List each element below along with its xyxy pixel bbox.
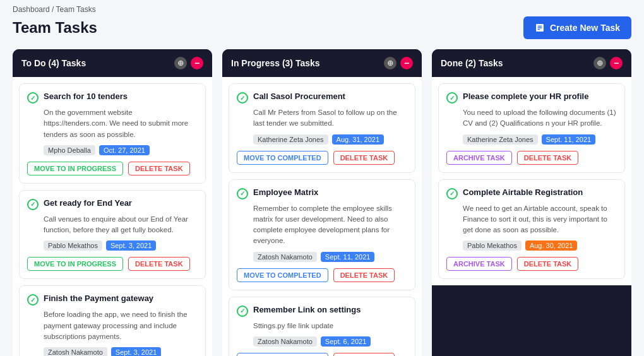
column-todo: To Do (4) Tasks ⊕ − Search for 10 tender… — [13, 49, 212, 356]
task-title-p1: Call Sasol Procurement — [253, 92, 345, 101]
delete-task-button-p1[interactable]: DELETE TASK — [333, 151, 395, 165]
task-meta-d1: Katherine Zeta Jones Sept. 11, 2021 — [463, 134, 617, 145]
task-assignee-d2: Pablo Mekathos — [463, 240, 522, 251]
task-meta-t2: Pablo Mekathos Sept. 3, 2021 — [44, 240, 198, 251]
column-done: Done (2) Tasks ⊕ − Please complete your … — [432, 49, 631, 356]
column-icons-done: ⊕ − — [593, 57, 623, 69]
delete-task-button-t1[interactable]: DELETE TASK — [128, 162, 190, 175]
task-title-t2: Get ready for End Year — [44, 198, 132, 208]
task-card-p3: Remember Link on settings Sttings.py fil… — [229, 297, 415, 357]
task-title-row-t3: Finish the Payment gateway — [27, 294, 198, 306]
task-date-p3: Sept. 6, 2021 — [321, 336, 371, 347]
task-status-icon-t3 — [27, 294, 39, 306]
task-assignee-d1: Katherine Zeta Jones — [463, 134, 538, 145]
breadcrumb-separator: / — [52, 5, 54, 14]
breadcrumb: Dashboard / Team Tasks — [13, 5, 631, 14]
task-title-row-t2: Get ready for End Year — [27, 198, 198, 210]
task-actions-p3: MOVE TO COMPLETED DELETE TASK — [237, 353, 407, 356]
task-assignee-p1: Katherine Zeta Jones — [253, 134, 328, 145]
task-assignee-t1: Mpho Deballa — [44, 145, 95, 155]
task-desc-t3: Before loading the app, we need to finis… — [44, 309, 198, 342]
task-status-icon-t1 — [27, 92, 39, 104]
task-assignee-p3: Zatosh Nakamoto — [253, 336, 317, 347]
task-meta-p2: Zatosh Nakamoto Sept. 11, 2021 — [253, 252, 407, 262]
column-body-done: Please complete your HR profile You need… — [432, 77, 631, 285]
task-actions-d1: ARCHIVE TASK DELETE TASK — [446, 151, 617, 165]
task-actions-p1: MOVE TO COMPLETED DELETE TASK — [237, 151, 407, 165]
task-title-row-p3: Remember Link on settings — [237, 305, 407, 317]
delete-task-button-p3[interactable]: DELETE TASK — [333, 353, 395, 356]
task-status-icon-d1 — [446, 92, 458, 104]
task-title-row-t1: Search for 10 tenders — [27, 92, 198, 104]
task-card-t2: Get ready for End Year Call venues to en… — [19, 190, 206, 280]
task-title-p3: Remember Link on settings — [253, 305, 361, 314]
task-title-row-p2: Employee Matrix — [237, 187, 407, 199]
column-title-todo: To Do (4) Tasks — [21, 58, 86, 68]
move-task-button-p2[interactable]: MOVE TO COMPLETED — [237, 268, 328, 282]
task-desc-p2: Remember to complete the employee skills… — [253, 203, 407, 247]
task-meta-t3: Zatosh Nakamoto Sept. 3, 2021 — [44, 347, 198, 356]
task-date-t2: Sept. 3, 2021 — [106, 240, 156, 251]
column-title-done: Done (2) Tasks — [441, 58, 503, 68]
task-title-row-p1: Call Sasol Procurement — [237, 92, 407, 104]
breadcrumb-parent[interactable]: Dashboard — [13, 5, 50, 14]
column-body-todo: Search for 10 tenders On the government … — [13, 77, 212, 356]
archive-task-button-d1[interactable]: ARCHIVE TASK — [446, 151, 512, 165]
task-title-row-d1: Please complete your HR profile — [446, 92, 617, 104]
delete-task-button-p2[interactable]: DELETE TASK — [333, 268, 395, 282]
move-task-button-t1[interactable]: MOVE TO IN PROGRESS — [27, 162, 123, 175]
column-header-done: Done (2) Tasks ⊕ − — [432, 49, 631, 77]
move-task-button-p1[interactable]: MOVE TO COMPLETED — [237, 151, 328, 165]
task-status-icon-p2 — [237, 188, 248, 199]
task-desc-d1: You need to upload the following documen… — [463, 107, 617, 129]
task-date-t3: Sept. 3, 2021 — [111, 347, 161, 356]
delete-task-button-d2[interactable]: DELETE TASK — [517, 257, 579, 271]
task-status-icon-p3 — [237, 306, 248, 317]
column-header-inprogress: In Progress (3) Tasks ⊕ − — [222, 49, 422, 77]
task-status-icon-p1 — [237, 92, 248, 104]
task-actions-t1: MOVE TO IN PROGRESS DELETE TASK — [27, 162, 198, 175]
task-status-icon-t2 — [27, 199, 39, 210]
task-card-t3: Finish the Payment gateway Before loadin… — [19, 285, 206, 356]
task-meta-d2: Pablo Mekathos Aug. 30, 2021 — [463, 240, 617, 251]
task-assignee-p2: Zatosh Nakamoto — [253, 252, 317, 262]
task-date-d1: Sept. 11, 2021 — [542, 134, 596, 145]
column-inprogress: In Progress (3) Tasks ⊕ − Call Sasol Pro… — [222, 49, 422, 356]
task-board: To Do (4) Tasks ⊕ − Search for 10 tender… — [0, 49, 644, 356]
task-title-row-d2: Complete Airtable Registration — [446, 187, 617, 199]
create-task-button[interactable]: Create New Task — [523, 16, 631, 39]
column-icons-todo: ⊕ − — [174, 57, 203, 69]
task-actions-d2: ARCHIVE TASK DELETE TASK — [446, 257, 617, 271]
column-remove-icon-inprogress[interactable]: − — [400, 57, 413, 69]
archive-task-button-d2[interactable]: ARCHIVE TASK — [446, 257, 512, 271]
task-meta-p1: Katherine Zeta Jones Aug. 31, 2021 — [253, 134, 407, 145]
task-meta-t1: Mpho Deballa Oct. 27, 2021 — [44, 145, 198, 155]
task-desc-t1: On the government website https://tender… — [44, 107, 198, 140]
column-add-icon-inprogress[interactable]: ⊕ — [384, 57, 397, 69]
page-header: Team Tasks Create New Task — [0, 16, 644, 49]
task-title-d1: Please complete your HR profile — [463, 92, 588, 101]
column-remove-icon-done[interactable]: − — [610, 57, 623, 69]
task-desc-p3: Sttings.py file link update — [253, 321, 407, 331]
task-card-t1: Search for 10 tenders On the government … — [19, 83, 206, 184]
column-remove-icon-todo[interactable]: − — [191, 57, 203, 69]
create-task-label: Create New Task — [550, 23, 620, 33]
column-add-icon-todo[interactable]: ⊕ — [174, 57, 187, 69]
task-desc-p1: Call Mr Peters from Sasol to follow up o… — [253, 107, 407, 129]
column-icons-inprogress: ⊕ − — [384, 57, 413, 69]
task-actions-p2: MOVE TO COMPLETED DELETE TASK — [237, 268, 407, 282]
move-task-button-t2[interactable]: MOVE TO IN PROGRESS — [27, 257, 123, 271]
task-card-p1: Call Sasol Procurement Call Mr Peters fr… — [229, 83, 415, 173]
task-assignee-t2: Pablo Mekathos — [44, 240, 102, 251]
task-date-d2: Aug. 30, 2021 — [525, 240, 578, 251]
delete-task-button-t2[interactable]: DELETE TASK — [128, 257, 190, 271]
column-add-icon-done[interactable]: ⊕ — [593, 57, 606, 69]
move-task-button-p3[interactable]: MOVE TO COMPLETED — [237, 353, 328, 356]
task-date-t1: Oct. 27, 2021 — [99, 145, 150, 155]
task-card-d1: Please complete your HR profile You need… — [438, 83, 625, 173]
delete-task-button-d1[interactable]: DELETE TASK — [517, 151, 579, 165]
task-card-d2: Complete Airtable Registration We need t… — [438, 179, 625, 280]
column-header-todo: To Do (4) Tasks ⊕ − — [13, 49, 212, 77]
task-actions-t2: MOVE TO IN PROGRESS DELETE TASK — [27, 257, 198, 271]
task-desc-d2: We need to get an Airtable account, spea… — [463, 203, 617, 236]
